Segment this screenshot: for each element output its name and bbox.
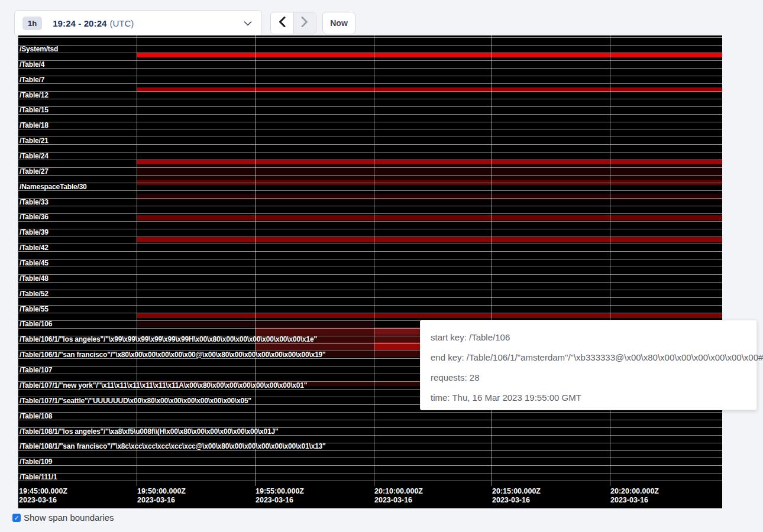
span-boundary-line (18, 274, 722, 275)
row-label: /Table/48 (20, 274, 49, 283)
x-tick-date: 2023-03-16 (610, 496, 659, 505)
span-boundary-line (18, 91, 722, 92)
tooltip-time: time: Thu, 16 Mar 2023 19:55:00 GMT (431, 388, 756, 408)
row-label: /Table/106/1/"los angeles"/"\x99\x99\x99… (20, 335, 317, 343)
span-boundary-line (18, 68, 722, 69)
span-boundary-line (18, 37, 722, 38)
row-label: /Table/18 (20, 121, 49, 129)
heatmap-band[interactable] (137, 194, 722, 200)
x-axis-tick: 20:10:00.000Z2023-03-16 (374, 487, 423, 505)
row-label: /Table/12 (20, 91, 49, 99)
span-boundary-line (18, 175, 722, 176)
span-boundary-line (18, 420, 722, 420)
time-bucket-line (610, 35, 610, 486)
x-tick-time: 19:50:00.000Z (137, 487, 186, 496)
chevron-left-icon (279, 17, 286, 30)
span-boundary-line (18, 458, 722, 458)
span-boundary-line (18, 465, 722, 466)
span-boundary-line (18, 122, 722, 122)
now-button-label: Now (330, 18, 348, 28)
span-boundary-line (18, 473, 722, 473)
span-boundary-line (18, 213, 722, 214)
next-time-button[interactable] (294, 12, 316, 34)
row-label: /Table/39 (20, 228, 49, 236)
prev-time-button[interactable] (271, 12, 294, 34)
x-tick-time: 19:45:00.000Z (19, 487, 67, 496)
x-tick-date: 2023-03-16 (374, 496, 423, 505)
span-boundary-line (18, 83, 722, 84)
x-tick-date: 2023-03-16 (137, 496, 186, 505)
span-boundary-line (18, 297, 722, 298)
row-label: /Table/106/1/"san francisco"/"\x80\x00\x… (20, 351, 326, 359)
chevron-right-icon (301, 17, 308, 30)
span-boundary-line (18, 221, 722, 222)
time-range-badge: 1h (22, 17, 42, 30)
span-boundary-line (18, 206, 722, 206)
span-boundary-line (18, 229, 722, 229)
span-boundary-line (18, 412, 722, 413)
key-visualizer-heatmap[interactable]: /System/tsd/Table/4/Table/7/Table/12/Tab… (18, 35, 722, 508)
row-label: /System/tsd (20, 45, 58, 53)
row-label: /Table/24 (20, 152, 49, 160)
span-boundary-line (18, 290, 722, 290)
span-boundary-line (18, 282, 722, 283)
span-boundary-line (18, 114, 722, 115)
now-button[interactable]: Now (322, 12, 355, 34)
span-boundary-line (18, 60, 722, 61)
x-axis-tick: 19:55:00.000Z2023-03-16 (256, 487, 304, 505)
span-boundary-line (18, 152, 722, 153)
heatmap-band[interactable] (137, 53, 722, 57)
heatmap-band[interactable] (137, 313, 722, 319)
x-tick-time: 19:55:00.000Z (256, 487, 304, 496)
span-boundary-line (18, 313, 722, 313)
row-label: /Table/55 (20, 305, 49, 313)
show-span-boundaries-checkbox[interactable]: ✓ (12, 514, 21, 522)
row-label: /Table/108/1/"san francisco"/"\x8c\xcc\x… (20, 442, 326, 450)
row-label: /Table/106 (20, 320, 52, 328)
tooltip-end-key: end key: /Table/106/1/"amsterdam"/"\xb33… (431, 348, 756, 368)
row-label: /Table/21 (20, 137, 49, 145)
time-range-timezone: (UTC) (110, 18, 134, 28)
span-boundary-line (18, 305, 722, 306)
show-span-boundaries-label[interactable]: Show span boundaries (24, 512, 114, 523)
heatmap-band[interactable] (137, 215, 722, 220)
tooltip-requests: requests: 28 (431, 368, 756, 388)
span-boundary-line (18, 236, 722, 236)
span-boundary-line (18, 76, 722, 76)
tooltip-start-key: start key: /Table/106 (431, 327, 756, 348)
span-boundary-line (18, 129, 722, 129)
row-label: /Table/36 (20, 213, 49, 221)
row-label: /Table/27 (20, 167, 49, 176)
row-label: /Table/109 (20, 458, 52, 466)
row-label: /Table/42 (20, 244, 49, 252)
heatmap-tooltip: start key: /Table/106 end key: /Table/10… (420, 320, 757, 410)
row-label: /Table/107/1/"seattle"/"UUUUUUD\x00\x80\… (20, 397, 251, 405)
span-boundary-line (18, 45, 722, 46)
time-nav-group (270, 12, 316, 34)
row-label: /Table/111/1 (20, 473, 57, 481)
x-axis-tick: 20:15:00.000Z2023-03-16 (492, 487, 541, 505)
show-span-boundaries-control[interactable]: ✓ Show span boundaries (12, 512, 114, 523)
x-axis-tick: 19:50:00.000Z2023-03-16 (137, 487, 186, 505)
span-boundary-line (18, 198, 722, 199)
time-bucket-line (374, 35, 374, 486)
x-tick-time: 20:15:00.000Z (492, 487, 541, 496)
row-label: /Table/108 (20, 412, 52, 420)
time-bucket-line (492, 35, 492, 486)
row-label: /Table/4 (20, 60, 44, 69)
time-bucket-line (255, 35, 256, 486)
x-axis-tick: 20:20:00.000Z2023-03-16 (610, 487, 659, 505)
row-label: /Table/45 (20, 259, 49, 267)
span-boundary-line (18, 259, 722, 259)
row-label: /Table/7 (20, 76, 44, 84)
x-tick-time: 20:10:00.000Z (374, 487, 423, 496)
time-range-selector[interactable]: 1h 19:24 - 20:24 (UTC) (14, 10, 262, 37)
x-tick-time: 20:20:00.000Z (610, 487, 659, 496)
x-tick-date: 2023-03-16 (492, 496, 541, 505)
heatmap-band[interactable] (137, 237, 722, 242)
span-boundary-line (18, 53, 722, 53)
span-boundary-line (18, 481, 722, 481)
x-tick-date: 2023-03-16 (19, 496, 67, 505)
span-boundary-line (18, 160, 722, 160)
span-boundary-line (18, 244, 722, 244)
